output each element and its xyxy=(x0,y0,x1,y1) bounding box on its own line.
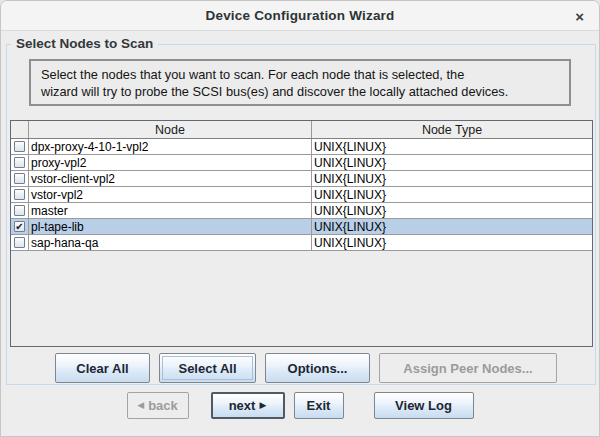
row-checkbox-cell xyxy=(11,139,29,154)
options-button[interactable]: Options... xyxy=(265,353,370,383)
device-configuration-wizard-dialog: Device Configuration Wizard × Select Nod… xyxy=(0,0,600,437)
row-checkbox-cell xyxy=(11,203,29,218)
groupbox-title: Select Nodes to Scan xyxy=(11,36,158,51)
checkbox-unchecked[interactable] xyxy=(14,189,25,200)
node-type-cell: UNIX{LINUX} xyxy=(312,139,592,154)
select-nodes-groupbox: Select Nodes to Scan Select the nodes th… xyxy=(6,44,596,385)
next-arrow-icon: ▶ xyxy=(259,401,266,410)
checkbox-unchecked[interactable] xyxy=(14,205,25,216)
node-table: Node Node Type dpx-proxy-4-10-1-vpl2UNIX… xyxy=(10,120,593,347)
checkbox-column-header xyxy=(11,121,29,138)
row-checkbox-cell xyxy=(11,187,29,202)
node-table-header: Node Node Type xyxy=(11,121,592,139)
exit-button[interactable]: Exit xyxy=(294,392,344,419)
titlebar: Device Configuration Wizard × xyxy=(1,1,599,31)
node-name-cell: proxy-vpl2 xyxy=(29,155,312,170)
node-name-cell: vstor-client-vpl2 xyxy=(29,171,312,186)
close-icon[interactable]: × xyxy=(575,8,584,23)
row-checkbox-cell xyxy=(11,171,29,186)
node-type-cell: UNIX{LINUX} xyxy=(312,203,592,218)
clear-all-button[interactable]: Clear All xyxy=(55,353,150,383)
back-button: ◀ back xyxy=(127,392,189,419)
assign-peer-nodes-button: Assign Peer Nodes... xyxy=(379,353,557,383)
row-checkbox-cell xyxy=(11,155,29,170)
window-title: Device Configuration Wizard xyxy=(205,8,394,23)
node-type-cell: UNIX{LINUX} xyxy=(312,219,592,234)
table-row[interactable]: ✔pl-tape-libUNIX{LINUX} xyxy=(11,219,592,235)
action-button-row: Clear All Select All Options... Assign P… xyxy=(55,353,557,383)
node-name-cell: vstor-vpl2 xyxy=(29,187,312,202)
view-log-button[interactable]: View Log xyxy=(374,392,474,419)
table-row[interactable]: proxy-vpl2UNIX{LINUX} xyxy=(11,155,592,171)
next-button-label: next xyxy=(229,398,256,413)
table-row[interactable]: vstor-vpl2UNIX{LINUX} xyxy=(11,187,592,203)
back-button-label: back xyxy=(148,398,178,413)
node-name-cell: sap-hana-qa xyxy=(29,235,312,250)
checkbox-checked[interactable]: ✔ xyxy=(14,221,25,232)
node-type-cell: UNIX{LINUX} xyxy=(312,155,592,170)
node-type-cell: UNIX{LINUX} xyxy=(312,235,592,250)
instruction-line-2: wizard will try to probe the SCSI bus(es… xyxy=(41,83,569,100)
row-checkbox-cell: ✔ xyxy=(11,219,29,234)
checkmark-icon: ✔ xyxy=(15,222,23,232)
table-row[interactable]: masterUNIX{LINUX} xyxy=(11,203,592,219)
node-name-cell: master xyxy=(29,203,312,218)
nav-button-row: ◀ back next ▶ Exit View Log xyxy=(1,392,599,419)
table-row[interactable]: dpx-proxy-4-10-1-vpl2UNIX{LINUX} xyxy=(11,139,592,155)
instruction-line-1: Select the nodes that you want to scan. … xyxy=(41,66,569,83)
checkbox-unchecked[interactable] xyxy=(14,237,25,248)
row-checkbox-cell xyxy=(11,235,29,250)
node-table-body: dpx-proxy-4-10-1-vpl2UNIX{LINUX}proxy-vp… xyxy=(11,139,592,251)
node-column-header[interactable]: Node xyxy=(29,121,312,138)
checkbox-unchecked[interactable] xyxy=(14,157,25,168)
dialog-content: Select Nodes to Scan Select the nodes th… xyxy=(1,31,599,437)
node-type-cell: UNIX{LINUX} xyxy=(312,171,592,186)
select-all-button[interactable]: Select All xyxy=(159,353,256,383)
node-name-cell: dpx-proxy-4-10-1-vpl2 xyxy=(29,139,312,154)
table-row[interactable]: sap-hana-qaUNIX{LINUX} xyxy=(11,235,592,251)
next-button[interactable]: next ▶ xyxy=(211,392,285,419)
table-row[interactable]: vstor-client-vpl2UNIX{LINUX} xyxy=(11,171,592,187)
instruction-panel: Select the nodes that you want to scan. … xyxy=(29,59,571,106)
node-name-cell: pl-tape-lib xyxy=(29,219,312,234)
checkbox-unchecked[interactable] xyxy=(14,173,25,184)
back-arrow-icon: ◀ xyxy=(137,401,144,410)
node-type-column-header[interactable]: Node Type xyxy=(312,121,592,138)
node-type-cell: UNIX{LINUX} xyxy=(312,187,592,202)
checkbox-unchecked[interactable] xyxy=(14,141,25,152)
